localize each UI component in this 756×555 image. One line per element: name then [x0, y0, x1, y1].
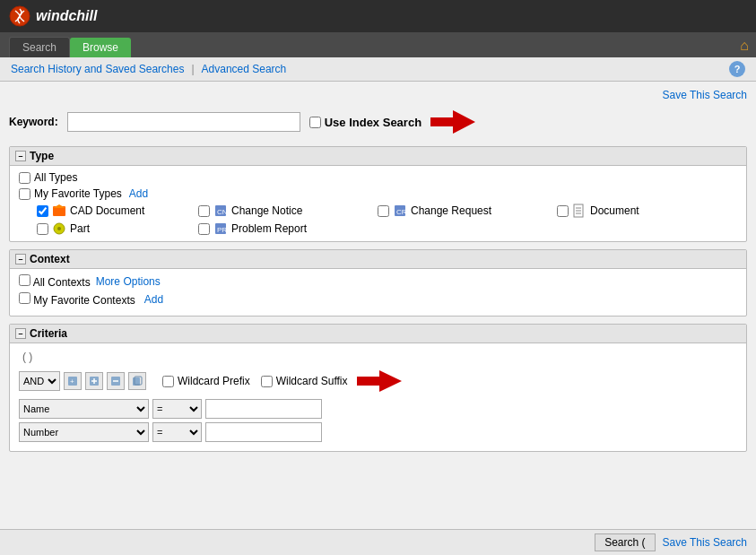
add-criterion-btn[interactable] — [85, 372, 103, 390]
search-button[interactable]: Search ( — [595, 533, 655, 551]
cad-icon — [52, 204, 66, 218]
change-request-checkbox[interactable] — [378, 205, 389, 217]
my-favorite-contexts-row: My Favorite Contexts Add — [19, 292, 737, 307]
save-search-bottom-link[interactable]: Save This Search — [663, 536, 748, 549]
criteria-field-0[interactable]: Name Number Type State — [19, 399, 149, 419]
criteria-collapse-btn[interactable]: – — [15, 328, 26, 339]
type-collapse-btn[interactable]: – — [15, 151, 26, 161]
app-title: windchill — [36, 8, 97, 24]
context-collapse-btn[interactable]: – — [15, 254, 26, 264]
wildcard-prefix-label[interactable]: Wildcard Prefix — [162, 375, 250, 387]
problem-report-checkbox[interactable] — [198, 223, 210, 235]
context-section-title: Context — [30, 253, 70, 265]
keyword-row: Keyword: Use Index Search — [9, 105, 747, 139]
part-checkbox[interactable] — [37, 223, 48, 235]
context-section: – Context All Contexts More Options My F… — [9, 249, 747, 317]
type-section-body: All Types My Favorite Types Add — [10, 166, 746, 241]
wildcard-suffix-label[interactable]: Wildcard Suffix — [261, 375, 348, 387]
sub-nav-separator: | — [191, 63, 194, 75]
context-section-header: – Context — [10, 250, 746, 269]
problem-report-label: Problem Report — [231, 222, 307, 235]
criteria-section-header: – Criteria — [10, 325, 746, 343]
document-checkbox[interactable] — [557, 205, 569, 217]
type-item-problem-report: PR Problem Report — [198, 221, 378, 236]
svg-point-13 — [57, 227, 61, 230]
svg-text:PR: PR — [217, 226, 227, 234]
criteria-row-0: Name Number Type State = != like — [19, 399, 737, 419]
part-label: Part — [70, 222, 90, 235]
change-request-label: Change Request — [411, 204, 491, 217]
type-section-title: Type — [30, 150, 54, 162]
criteria-section-body: ( ) AND OR + — [10, 343, 746, 451]
type-item-part: Part — [37, 221, 198, 236]
cad-checkbox[interactable] — [37, 205, 48, 217]
tab-browse[interactable]: Browse — [70, 38, 131, 57]
svg-text:CN: CN — [217, 208, 228, 216]
criteria-value-1[interactable] — [205, 422, 322, 442]
help-icon[interactable]: ? — [729, 61, 745, 77]
wildcard-suffix-checkbox[interactable] — [261, 376, 273, 387]
home-icon[interactable]: ⌂ — [740, 38, 749, 54]
all-types-row: All Types — [19, 171, 737, 184]
problem-report-icon: PR — [213, 221, 228, 236]
criteria-section-title: Criteria — [30, 327, 67, 340]
document-icon — [572, 204, 587, 218]
add-criterion-icon — [89, 376, 100, 386]
change-notice-icon: CN — [213, 204, 228, 218]
use-index-checkbox[interactable] — [309, 117, 321, 128]
save-search-top-link[interactable]: Save This Search — [663, 89, 748, 101]
copy-criterion-icon — [132, 376, 143, 386]
use-index-label[interactable]: Use Index Search — [309, 116, 421, 129]
advanced-search-link[interactable]: Advanced Search — [202, 63, 287, 75]
my-favorite-types-checkbox[interactable] — [19, 188, 30, 200]
add-group-btn[interactable]: + — [64, 372, 82, 390]
criteria-field-1[interactable]: Number Name Type State — [19, 422, 149, 442]
criteria-section: – Criteria ( ) AND OR + — [9, 324, 747, 452]
remove-criterion-btn[interactable] — [107, 372, 125, 390]
wildcard-prefix-checkbox[interactable] — [162, 376, 174, 387]
my-favorite-contexts-label: My Favorite Contexts — [33, 294, 135, 307]
remove-criterion-icon — [110, 376, 121, 386]
change-request-icon: CR — [393, 204, 407, 218]
type-section: – Type All Types My Favorite Types Add — [9, 146, 747, 242]
change-notice-checkbox[interactable] — [198, 205, 210, 217]
criteria-op-1[interactable]: = != like — [152, 422, 202, 442]
all-types-label: All Types — [34, 171, 77, 184]
svg-marker-25 — [357, 370, 402, 392]
keyword-label: Keyword: — [9, 116, 58, 128]
logo: windchill — [9, 5, 97, 27]
cad-label: CAD Document — [70, 204, 144, 217]
type-item-change-request: CR Change Request — [378, 204, 557, 218]
keyword-input[interactable] — [67, 112, 300, 132]
save-search-top-area: Save This Search — [9, 87, 747, 105]
my-favorite-contexts-checkbox[interactable] — [19, 292, 30, 304]
svg-text:+: + — [70, 377, 74, 386]
criteria-controls: AND OR + — [19, 369, 737, 394]
change-notice-label: Change Notice — [231, 204, 302, 217]
svg-text:CR: CR — [396, 208, 407, 216]
tab-search[interactable]: Search — [9, 37, 70, 57]
type-section-header: – Type — [10, 147, 746, 166]
svg-marker-1 — [430, 110, 475, 134]
add-type-link[interactable]: Add — [129, 187, 148, 200]
wildcard-prefix-text: Wildcard Prefix — [178, 375, 250, 387]
context-section-body: All Contexts More Options My Favorite Co… — [10, 269, 746, 316]
all-types-checkbox[interactable] — [19, 172, 30, 184]
criteria-op-0[interactable]: = != like — [152, 399, 202, 419]
type-item-change-notice: CN Change Notice — [198, 204, 378, 218]
all-contexts-row: All Contexts More Options — [19, 274, 737, 289]
add-group-icon: + — [67, 376, 78, 386]
my-favorite-types-row: My Favorite Types Add — [19, 187, 737, 200]
part-icon — [52, 221, 66, 236]
add-context-link[interactable]: Add — [144, 293, 163, 306]
tab-bar: Search Browse ⌂ — [0, 32, 756, 57]
all-contexts-checkbox[interactable] — [19, 274, 30, 286]
my-favorite-types-label: My Favorite Types — [34, 187, 122, 200]
windchill-logo-icon — [9, 5, 30, 27]
type-grid: CAD Document CN Change Notice C — [19, 204, 737, 236]
copy-criterion-btn[interactable] — [128, 372, 146, 390]
and-or-select[interactable]: AND OR — [19, 371, 60, 391]
more-options-link[interactable]: More Options — [96, 275, 161, 288]
criteria-value-0[interactable] — [205, 399, 322, 419]
search-history-link[interactable]: Search History and Saved Searches — [11, 63, 184, 75]
